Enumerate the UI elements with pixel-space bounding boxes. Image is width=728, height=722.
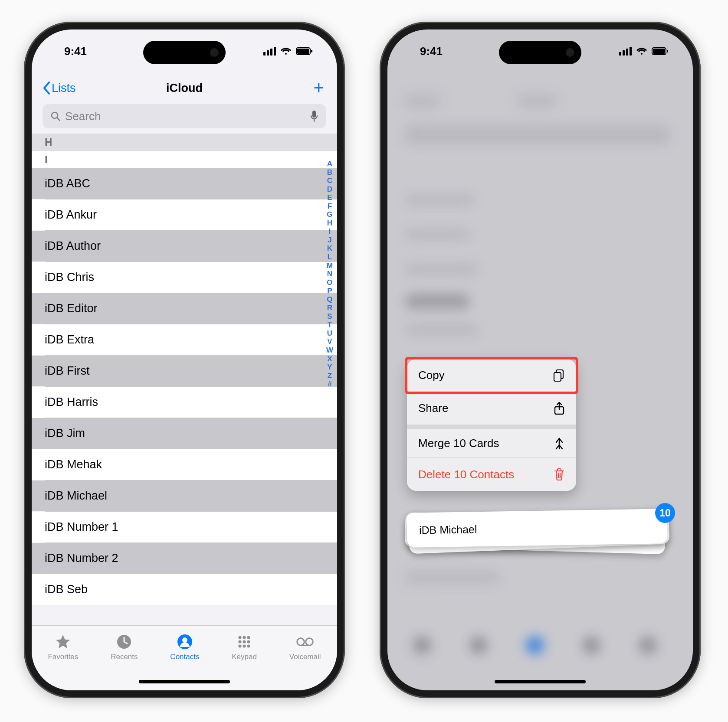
index-letter[interactable]: U: [327, 329, 333, 338]
svg-line-4: [57, 118, 60, 121]
tab-label: Voicemail: [289, 653, 321, 661]
cellular-icon: [619, 47, 632, 56]
index-letter[interactable]: R: [327, 304, 333, 312]
back-button[interactable]: Lists: [43, 82, 76, 95]
index-letter[interactable]: B: [327, 168, 333, 177]
trash-icon: [554, 468, 565, 481]
index-letter[interactable]: Z: [328, 372, 332, 380]
home-indicator[interactable]: [139, 680, 230, 683]
svg-point-11: [243, 636, 246, 639]
contacts-list[interactable]: H I iDB ABCiDB AnkuriDB AuthoriDB Chrisi…: [32, 134, 337, 625]
contact-row[interactable]: iDB Jim: [32, 418, 337, 449]
menu-share[interactable]: Share: [407, 392, 576, 425]
menu-delete[interactable]: Delete 10 Contacts: [407, 458, 576, 491]
contact-row[interactable]: iDB Extra: [32, 324, 337, 355]
svg-rect-1: [297, 49, 309, 54]
dynamic-island: [143, 41, 226, 64]
section-header-h: H: [32, 134, 337, 151]
tab-favorites[interactable]: Favorites: [48, 634, 78, 661]
home-indicator[interactable]: [495, 680, 586, 683]
index-letter[interactable]: C: [327, 176, 333, 185]
tab-keypad[interactable]: Keypad: [232, 634, 257, 661]
index-letter[interactable]: D: [327, 185, 333, 194]
contact-row[interactable]: iDB Number 2: [32, 543, 337, 574]
index-letter[interactable]: T: [328, 320, 332, 329]
index-letter[interactable]: W: [326, 346, 334, 355]
contact-row[interactable]: iDB Ankur: [32, 199, 337, 230]
search-input[interactable]: [65, 110, 305, 123]
alphabet-index[interactable]: ABCDEFGHIJKLMNOPQRSTUVWXYZ#: [326, 160, 334, 389]
menu-merge[interactable]: Merge 10 Cards: [407, 425, 576, 458]
index-letter[interactable]: Y: [327, 363, 332, 372]
status-time: 9:41: [64, 45, 87, 58]
index-letter[interactable]: H: [327, 219, 333, 228]
svg-point-19: [297, 638, 305, 646]
index-letter[interactable]: G: [327, 210, 333, 219]
menu-copy[interactable]: Copy: [407, 359, 576, 392]
contacts-icon: [176, 634, 193, 650]
tab-label: Contacts: [170, 653, 199, 661]
context-menu: Copy Share Merge 10 Cards Delete 10 Cont…: [407, 359, 576, 491]
wifi-icon: [636, 47, 647, 56]
index-letter[interactable]: #: [328, 380, 332, 389]
index-letter[interactable]: J: [328, 236, 332, 245]
svg-point-13: [239, 640, 242, 643]
recents-icon: [115, 634, 133, 650]
index-letter[interactable]: M: [327, 261, 333, 270]
iphone-frame-left: 9:41 Lists iCloud +: [24, 22, 345, 698]
menu-delete-label: Delete 10 Contacts: [418, 468, 514, 481]
svg-point-12: [247, 636, 250, 639]
contact-row[interactable]: iDB Chris: [32, 262, 337, 293]
contact-row[interactable]: iDB First: [32, 356, 337, 386]
contact-row[interactable]: iDB Michael: [32, 480, 337, 511]
tab-label: Favorites: [48, 653, 78, 661]
favorites-icon: [54, 634, 72, 650]
voicemail-icon: [296, 634, 314, 650]
dictation-icon[interactable]: [310, 110, 318, 122]
contact-row[interactable]: iDB Author: [32, 231, 337, 261]
index-letter[interactable]: X: [327, 355, 332, 363]
tab-voicemail[interactable]: Voicemail: [289, 634, 321, 661]
battery-icon: [652, 47, 669, 56]
dynamic-island: [499, 41, 581, 64]
contact-row[interactable]: iDB Editor: [32, 293, 337, 324]
contact-row[interactable]: iDB Seb: [32, 574, 337, 605]
index-letter[interactable]: P: [327, 287, 332, 295]
iphone-frame-right: 9:41 Copy Share: [380, 22, 701, 698]
status-time: 9:41: [420, 45, 443, 58]
svg-point-15: [247, 640, 250, 643]
index-letter[interactable]: V: [327, 337, 332, 346]
tab-contacts[interactable]: Contacts: [170, 634, 199, 661]
add-contact-button[interactable]: +: [313, 79, 324, 97]
search-icon: [50, 111, 61, 121]
index-letter[interactable]: Q: [327, 295, 333, 304]
index-letter[interactable]: S: [327, 312, 332, 321]
contact-row[interactable]: iDB Mehak: [32, 449, 337, 480]
screen-left: 9:41 Lists iCloud +: [32, 29, 337, 690]
section-header-i: I: [32, 151, 337, 168]
index-letter[interactable]: O: [327, 278, 333, 287]
tab-recents[interactable]: Recents: [111, 634, 138, 661]
selection-count-badge: 10: [655, 503, 675, 523]
wifi-icon: [280, 47, 292, 56]
search-field[interactable]: [43, 104, 326, 128]
svg-rect-23: [653, 49, 665, 54]
selected-contacts-stack[interactable]: iDB Michael 10: [407, 511, 667, 546]
contact-row[interactable]: iDB Number 1: [32, 512, 337, 542]
index-letter[interactable]: N: [327, 270, 333, 278]
svg-rect-5: [312, 111, 316, 118]
menu-copy-label: Copy: [418, 369, 445, 382]
merge-icon: [554, 437, 565, 450]
stack-card-top: iDB Michael: [407, 509, 667, 547]
index-letter[interactable]: A: [327, 160, 333, 168]
contact-row[interactable]: iDB Harris: [32, 387, 337, 418]
index-letter[interactable]: K: [327, 244, 333, 253]
contact-row[interactable]: iDB ABC: [32, 168, 337, 199]
index-letter[interactable]: I: [329, 227, 331, 236]
svg-point-14: [243, 640, 246, 643]
index-letter[interactable]: L: [328, 253, 332, 261]
index-letter[interactable]: F: [328, 202, 332, 211]
index-letter[interactable]: E: [327, 193, 332, 202]
svg-point-20: [306, 638, 313, 646]
menu-share-label: Share: [418, 402, 448, 415]
